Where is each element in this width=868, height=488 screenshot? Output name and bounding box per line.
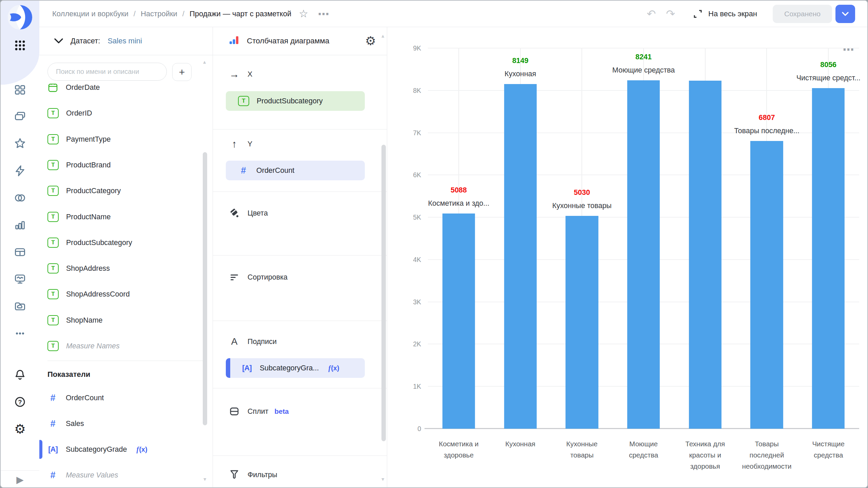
bar-name-label: Кухонные товары: [552, 200, 612, 211]
field-row-ProductCategory[interactable]: TProductCategory: [39, 180, 206, 202]
page-more-icon[interactable]: ⋯: [318, 11, 330, 17]
bar-value-label: 8056: [796, 59, 861, 70]
section-divider: [213, 455, 387, 456]
number-field-icon: #: [47, 393, 58, 403]
field-row-ProductName[interactable]: TProductName: [39, 206, 206, 228]
apps-grid-icon[interactable]: [13, 38, 27, 53]
datalens-logo-icon[interactable]: [7, 5, 33, 30]
field-row-PaymentType[interactable]: TPaymentType: [39, 128, 206, 150]
dataset-scrollbar-thumb[interactable]: [203, 152, 207, 425]
search-input[interactable]: [47, 63, 167, 81]
bar-1[interactable]: [504, 84, 536, 429]
save-button[interactable]: Сохранено: [773, 5, 832, 23]
list-scroll-down-icon[interactable]: ▼: [202, 476, 207, 482]
rail-nav-group: [1, 76, 39, 347]
help-icon[interactable]: ?: [1, 388, 39, 415]
bar-5[interactable]: [750, 141, 783, 429]
add-field-button[interactable]: +: [172, 63, 192, 81]
section-divider: [213, 129, 387, 129]
chart-settings-gear-icon[interactable]: ⚙: [365, 35, 376, 47]
top-bar: Коллекции и воркбуки / Настройки / Прода…: [39, 1, 867, 27]
undo-icon[interactable]: ↶: [647, 9, 656, 19]
x-field-chip[interactable]: T ProductSubcategory: [226, 91, 365, 111]
notifications-bell-icon[interactable]: [1, 361, 39, 388]
favorite-star-icon[interactable]: ☆: [299, 7, 308, 20]
field-label: OrderID: [66, 109, 92, 118]
field-label: Measure Values: [66, 471, 118, 480]
field-row-Sales[interactable]: #Sales: [39, 413, 206, 434]
section-sort-label[interactable]: Сортировка: [248, 273, 288, 282]
dataset-field-list: OrderDateTOrderIDTPaymentTypeTProductBra…: [39, 27, 213, 487]
field-row-OrderCount[interactable]: #OrderCount: [39, 387, 206, 409]
text-field-icon: T: [47, 341, 59, 351]
favorites-star-icon[interactable]: [1, 130, 39, 157]
collections-icon[interactable]: [1, 103, 39, 130]
field-row-ProductBrand[interactable]: TProductBrand: [39, 154, 206, 176]
bar-4[interactable]: [689, 81, 722, 429]
save-dropdown-button[interactable]: [835, 5, 855, 23]
field-label: ProductName: [66, 213, 111, 221]
chart-type-title[interactable]: Столбчатая диаграмма: [247, 37, 329, 45]
section-colors-label[interactable]: Цвета: [248, 209, 268, 218]
quick-actions-bolt-icon[interactable]: [1, 157, 39, 184]
y-field-chip[interactable]: # OrderCount: [226, 161, 365, 180]
bar-0[interactable]: [442, 214, 475, 429]
left-rail: ? ⚙ ▶: [1, 1, 39, 487]
field-row-ShopName[interactable]: TShopName: [39, 309, 206, 331]
tables-icon[interactable]: [1, 239, 39, 266]
rail-divider: [1, 470, 39, 471]
split-icon: [229, 406, 240, 417]
redo-icon[interactable]: ↷: [666, 9, 675, 19]
section-colors: Цвета: [229, 206, 268, 220]
section-labels: A Подписи: [229, 335, 277, 348]
bar-2[interactable]: [566, 216, 598, 429]
config-scroll-up-icon[interactable]: ▲: [380, 33, 385, 39]
monitoring-icon[interactable]: [1, 266, 39, 293]
list-scroll-up-icon[interactable]: ▲: [202, 59, 207, 65]
dashboards-icon[interactable]: [1, 76, 39, 103]
field-row-ProductSubcategory[interactable]: TProductSubcategory: [39, 232, 206, 253]
field-row-SubcategoryGrade[interactable]: [A]SubcategoryGradef(x): [39, 439, 206, 460]
section-labels-label[interactable]: Подписи: [248, 338, 277, 346]
bar-label-5: 6807Товары последне...: [734, 112, 800, 136]
breadcrumb-collections[interactable]: Коллекции и воркбуки: [52, 9, 129, 18]
storage-folder-icon[interactable]: [1, 293, 39, 320]
dataset-search-row: + ▲: [39, 55, 212, 84]
breadcrumb-separator: /: [182, 9, 184, 18]
field-row-OrderID[interactable]: TOrderID: [39, 102, 206, 124]
field-row-Measure-Values[interactable]: #Measure Values: [39, 464, 206, 486]
field-row-ShopAddressCoord[interactable]: TShopAddressCoord: [39, 283, 206, 305]
bar-6[interactable]: [812, 88, 845, 429]
x-category-label-6: Чистящие средства: [797, 438, 859, 472]
bar-3[interactable]: [627, 80, 660, 429]
config-scrollbar-thumb[interactable]: [381, 145, 386, 441]
fullscreen-label[interactable]: На весь экран: [708, 9, 757, 18]
field-row-Measure-Names[interactable]: TMeasure Names: [39, 335, 206, 357]
more-icon[interactable]: [1, 320, 39, 347]
settings-gear-icon[interactable]: ⚙: [1, 415, 39, 443]
number-field-icon: #: [238, 165, 249, 176]
breadcrumb-settings[interactable]: Настройки: [141, 9, 177, 18]
section-split-label[interactable]: Сплит: [248, 407, 269, 416]
charts-icon[interactable]: [1, 211, 39, 239]
section-filters-label[interactable]: Фильтры: [248, 471, 277, 479]
category-slot-6: 8056Чистящие средст...: [797, 48, 859, 429]
y-tick-label: 1K: [390, 381, 421, 391]
labels-field-chip[interactable]: [A] SubcategoryGra... f(x): [226, 358, 365, 378]
field-row-ShopAddress[interactable]: TShopAddress: [39, 258, 206, 279]
date-field-icon: [47, 82, 58, 93]
expand-panel-icon[interactable]: ▶: [1, 472, 39, 487]
number-field-icon: #: [47, 470, 58, 481]
svg-text:?: ?: [18, 399, 22, 406]
y-tick-label: 9K: [390, 43, 421, 53]
x-category-label-1: Кухонная: [490, 438, 551, 472]
section-x: → X: [229, 67, 252, 81]
connections-icon[interactable]: [1, 184, 39, 211]
x-category-label-0: Косметика и здоровье: [428, 438, 490, 472]
field-label: ShopName: [66, 316, 103, 325]
config-scroll-down-icon[interactable]: ▼: [380, 476, 385, 482]
y-tick-label: 6K: [390, 170, 421, 180]
bar-chart-type-icon[interactable]: [228, 34, 239, 48]
fullscreen-icon[interactable]: [693, 9, 703, 19]
x-category-label-5: Товары последней необходимости: [736, 438, 798, 472]
